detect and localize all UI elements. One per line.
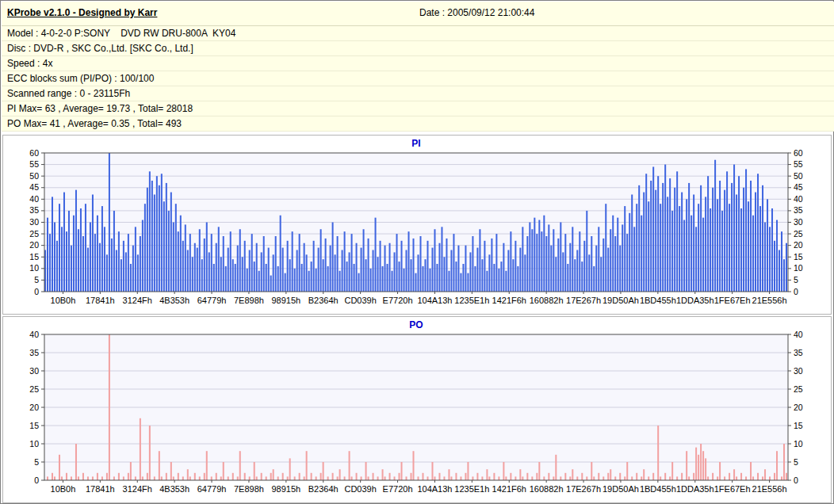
svg-text:55: 55 [29,159,39,169]
info-row-pi-stats: PI Max= 63 , Average= 19.73 , Total= 280… [2,101,834,116]
svg-text:25: 25 [29,229,39,239]
svg-text:21E556h: 21E556h [752,296,787,305]
svg-text:0: 0 [34,475,39,485]
app-title: KProbe v2.1.0 - Designed by Karr [7,7,157,18]
svg-text:30: 30 [794,366,803,376]
svg-text:1235E1h: 1235E1h [454,296,489,305]
svg-text:10: 10 [29,263,39,273]
svg-text:0: 0 [794,475,798,485]
svg-text:PO: PO [409,319,423,330]
svg-text:1421F6h: 1421F6h [492,484,526,494]
svg-text:7E898h: 7E898h [234,484,264,494]
svg-text:5: 5 [34,457,39,467]
svg-text:30: 30 [29,217,39,227]
svg-text:19D50Ah: 19D50Ah [603,484,639,494]
svg-text:19D50Ah: 19D50Ah [603,296,639,305]
info-row-range: Scanned range : 0 - 23115Fh [2,86,834,101]
svg-text:1FE67Eh: 1FE67Eh [714,484,751,494]
info-row-speed: Speed : 4x [2,56,834,71]
svg-text:15: 15 [29,421,39,430]
svg-text:1BD455h: 1BD455h [640,484,676,494]
svg-text:17841h: 17841h [86,296,115,305]
svg-text:15: 15 [29,252,39,262]
svg-text:40: 40 [29,194,39,204]
svg-text:20: 20 [794,240,803,250]
svg-text:CD039h: CD039h [344,484,376,494]
svg-text:60: 60 [29,148,39,158]
svg-text:40: 40 [794,194,803,204]
info-row-model: Model : 4-0-2-0 P:SONY DVD RW DRU-800A K… [2,26,834,41]
svg-text:17841h: 17841h [86,484,115,494]
svg-text:15: 15 [794,421,803,430]
po-chart: 0055101015152020252530303535404010B0h178… [3,317,829,501]
info-row-ecc: ECC blocks sum (PI/PO) : 100/100 [2,71,834,86]
svg-text:160882h: 160882h [530,296,564,305]
svg-text:B2364h: B2364h [308,296,339,305]
svg-text:5: 5 [794,275,798,284]
svg-text:30: 30 [794,217,803,227]
pi-chart: 0055101015152020252530303535404045455050… [3,136,829,312]
scan-date: Date : 2005/09/12 21:00:44 [419,7,534,18]
svg-text:160882h: 160882h [530,484,564,494]
svg-text:5: 5 [794,457,798,467]
svg-text:5: 5 [34,275,39,284]
svg-text:17E267h: 17E267h [566,484,601,494]
svg-text:20: 20 [794,403,803,412]
svg-text:35: 35 [794,205,803,215]
info-row-disc: Disc : DVD-R , SKC Co.,Ltd. [SKC Co., Lt… [2,41,834,56]
svg-text:0: 0 [794,287,798,296]
svg-text:30: 30 [29,366,39,376]
svg-text:25: 25 [794,384,803,394]
svg-text:20: 20 [29,240,39,250]
svg-text:1BD455h: 1BD455h [640,296,676,305]
svg-text:35: 35 [29,205,39,215]
svg-text:45: 45 [29,182,39,192]
svg-text:35: 35 [29,348,39,357]
svg-text:3124Fh: 3124Fh [123,296,152,305]
svg-text:1DDA35h: 1DDA35h [676,296,714,305]
svg-text:1DDA35h: 1DDA35h [676,484,714,494]
svg-text:4B353h: 4B353h [159,296,189,305]
svg-text:7E898h: 7E898h [234,296,264,305]
svg-text:3124Fh: 3124Fh [123,484,152,494]
svg-text:25: 25 [794,229,803,239]
svg-text:10B0h: 10B0h [51,484,76,494]
svg-text:1FE67Eh: 1FE67Eh [714,296,751,305]
svg-text:64779h: 64779h [197,484,227,494]
svg-text:17E267h: 17E267h [566,296,601,305]
info-row-po-stats: PO Max= 41 , Average= 0.35 , Total= 493 [2,116,834,132]
title-row: KProbe v2.1.0 - Designed by Karr Date : … [2,2,834,26]
svg-text:104A13h: 104A13h [417,296,452,305]
svg-text:98915h: 98915h [271,484,300,494]
svg-text:1421F6h: 1421F6h [492,296,526,305]
svg-text:10: 10 [794,439,803,449]
svg-text:E7720h: E7720h [383,484,413,494]
svg-text:10: 10 [794,263,803,273]
svg-text:0: 0 [34,287,39,296]
svg-text:40: 40 [794,330,803,339]
svg-text:B2364h: B2364h [308,484,339,494]
svg-text:35: 35 [794,348,803,357]
svg-text:10B0h: 10B0h [51,296,76,305]
svg-text:98915h: 98915h [271,296,300,305]
svg-text:1235E1h: 1235E1h [454,484,489,494]
pi-chart-panel: 0055101015152020252530303535404045455050… [2,135,832,315]
svg-text:CD039h: CD039h [344,296,376,305]
svg-text:E7720h: E7720h [383,296,413,305]
svg-text:50: 50 [29,171,39,181]
svg-text:104A13h: 104A13h [417,484,452,494]
svg-text:20: 20 [29,403,39,412]
svg-text:40: 40 [29,330,39,339]
po-chart-panel: 0055101015152020252530303535404010B0h178… [2,316,832,503]
svg-text:64779h: 64779h [197,296,227,305]
kprobe-window: KProbe v2.1.0 - Designed by Karr Date : … [0,0,834,504]
svg-text:4B353h: 4B353h [159,484,189,494]
svg-text:25: 25 [29,384,39,394]
svg-text:45: 45 [794,182,803,192]
svg-text:10: 10 [29,439,39,449]
svg-text:55: 55 [794,159,803,169]
svg-text:21E556h: 21E556h [752,484,787,494]
svg-text:15: 15 [794,252,803,262]
svg-text:50: 50 [794,171,803,181]
info-header-panel: KProbe v2.1.0 - Designed by Karr Date : … [2,2,834,132]
